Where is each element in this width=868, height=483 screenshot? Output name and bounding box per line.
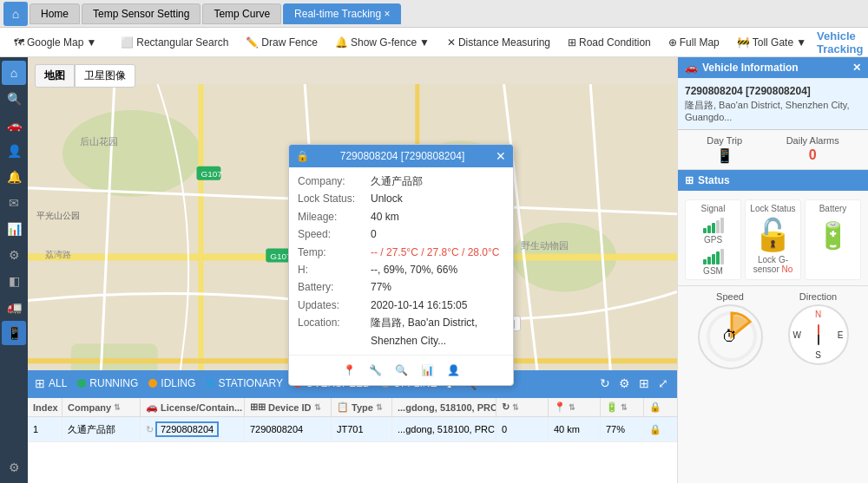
lock-icon: 🔒 xyxy=(296,150,309,162)
day-trip-label: Day Trip xyxy=(707,135,742,146)
popup-action-track[interactable]: 🔧 xyxy=(365,361,385,380)
gps-label: GPS xyxy=(689,235,737,245)
sidebar-icon-truck[interactable]: 🚛 xyxy=(2,295,26,319)
refresh-icon[interactable]: ↻ xyxy=(598,375,612,392)
tab-home[interactable]: Home xyxy=(30,3,80,24)
tab-temp-sensor[interactable]: Temp Sensor Setting xyxy=(82,3,201,24)
sidebar-icon-person[interactable]: 👤 xyxy=(2,139,26,163)
speed-label: Speed: xyxy=(298,225,367,243)
th-type[interactable]: 📋 Type ⇅ xyxy=(332,398,392,416)
sidebar-icon-phone[interactable]: 📱 xyxy=(2,321,26,345)
th-addr: ...gdong, 518100, PRC xyxy=(392,398,496,416)
speed-gauge-icon: ⏱ xyxy=(722,328,738,346)
status-all[interactable]: ⊞ ALL xyxy=(35,376,67,390)
sidebar-icon-stats[interactable]: 📊 xyxy=(2,217,26,241)
expand-icon[interactable]: ⤢ xyxy=(656,375,670,392)
map-type-map[interactable]: 地图 xyxy=(35,64,75,88)
map-container[interactable]: 后山花园 荔湾路 铁仔山公园 野生动物园 西丽街道 平光山公园 新安街道 方悦国… xyxy=(28,57,677,483)
status-title: Status xyxy=(698,174,730,186)
gauge-row: Speed ⏱ Direction N S E W xyxy=(678,285,868,375)
th-company[interactable]: Company ⇅ xyxy=(62,398,141,416)
sidebar-icon-layers[interactable]: ◧ xyxy=(2,269,26,293)
direction-gauge: Direction N S E W xyxy=(788,291,849,369)
gsm-label: GSM xyxy=(689,266,737,276)
td-addr: ...gdong, 518100, PRC xyxy=(392,417,496,441)
google-map-button[interactable]: 🗺 Google Map ▼ xyxy=(7,34,103,51)
sort-s3-icon: ⇅ xyxy=(621,403,628,412)
temp-label: Temp: xyxy=(298,244,367,261)
right-panel: 🚗 Vehicle Information ✕ 7290808204 [7290… xyxy=(677,57,868,483)
signal-label: Signal xyxy=(689,204,737,213)
popup-action-search[interactable]: 🔍 xyxy=(391,361,411,380)
svg-text:荔湾路: 荔湾路 xyxy=(45,250,71,259)
status-running[interactable]: RUNNING xyxy=(77,377,138,389)
draw-fence-icon: ✏️ xyxy=(246,36,259,49)
popup-action-route[interactable]: 📊 xyxy=(418,361,437,380)
updates-label: Updates: xyxy=(298,297,367,314)
svg-point-1 xyxy=(62,110,201,197)
road-icon: ⊞ xyxy=(568,36,576,49)
sidebar-icon-bell[interactable]: 🔔 xyxy=(2,165,26,189)
lock-status-icon: 🔓 xyxy=(749,216,797,253)
speed-value: 0 xyxy=(371,225,377,243)
lock-status-card: Lock Status 🔓 Lock G-sensor No xyxy=(745,199,801,280)
stationary-dot xyxy=(206,379,214,388)
battery-label: Battery: xyxy=(298,278,367,296)
sidebar-icon-home[interactable]: ⌂ xyxy=(2,61,26,85)
toolbar-right: Vehicle Tracking 📷 ↗ ✕ xyxy=(817,29,868,55)
bar4 xyxy=(716,220,720,233)
bar5 xyxy=(720,218,724,233)
th-index: Index xyxy=(28,398,62,416)
distance-icon: ✕ xyxy=(447,36,456,49)
th-s1[interactable]: ↻ ⇅ xyxy=(496,398,549,416)
device-icon: ⊞⊞ xyxy=(250,401,266,413)
battery-panel-label: Battery xyxy=(809,204,857,213)
gsm-bar4 xyxy=(716,251,720,264)
sidebar-icon-search[interactable]: 🔍 xyxy=(2,87,26,111)
h-value: --, 69%, 70%, 66% xyxy=(371,261,457,278)
popup-close-button[interactable]: ✕ xyxy=(496,149,506,163)
road-condition-button[interactable]: ⊞ Road Condition xyxy=(561,34,658,51)
th-s3[interactable]: 🔋 ⇅ xyxy=(601,398,644,416)
vehicle-info-title: Vehicle Information xyxy=(702,62,799,74)
dropdown-arrow: ▼ xyxy=(86,36,96,49)
all-icon: ⊞ xyxy=(35,376,45,390)
popup-action-person[interactable]: 👤 xyxy=(444,361,463,380)
svg-text:野生动物园: 野生动物园 xyxy=(521,240,569,251)
sidebar-icon-gear[interactable]: ⚙ xyxy=(2,455,26,480)
status-idling[interactable]: IDLING xyxy=(148,377,195,389)
tab-realtime[interactable]: Real-time Tracking × xyxy=(283,3,401,24)
draw-fence-button[interactable]: ✏️ Draw Fence xyxy=(239,34,325,51)
gsm-bar2 xyxy=(707,257,711,264)
distance-button[interactable]: ✕ Distance Measuring xyxy=(440,34,557,51)
th-device[interactable]: ⊞⊞ Device ID ⇅ xyxy=(245,398,332,416)
day-trip-icon: 📱 xyxy=(716,147,733,164)
lock-value: Unlock xyxy=(371,190,403,207)
popup-action-location[interactable]: 📍 xyxy=(339,361,358,380)
svg-text:G107: G107 xyxy=(201,169,222,179)
status-stationary[interactable]: STATIONARY xyxy=(206,377,283,389)
license-refresh-icon[interactable]: ↻ xyxy=(146,424,154,435)
rectangular-search-button[interactable]: ⬜ Rectangular Search xyxy=(114,34,235,51)
map-type-satellite[interactable]: 卫星图像 xyxy=(75,64,135,88)
show-gfence-button[interactable]: 🔔 Show G-fence ▼ xyxy=(328,34,437,51)
grid-icon[interactable]: ⊞ xyxy=(637,375,651,392)
toll-gate-button[interactable]: 🚧 Toll Gate ▼ xyxy=(730,34,813,51)
th-s2[interactable]: 📍 ⇅ xyxy=(549,398,601,416)
gfence-icon: 🔔 xyxy=(335,36,348,49)
tab-temp-curve[interactable]: Temp Curve xyxy=(202,3,281,24)
th-license[interactable]: 🚗 License/Contain... ⇅ xyxy=(141,398,245,416)
icon-th-4: 🔒 xyxy=(649,401,661,413)
status-section: Signal GPS xyxy=(678,191,868,285)
panel-close-button[interactable]: ✕ xyxy=(852,62,861,74)
sidebar-icon-car[interactable]: 🚗 xyxy=(2,113,26,137)
td-company: 久通产品部 xyxy=(62,417,141,441)
full-map-icon: ⊕ xyxy=(668,36,677,49)
home-icon[interactable]: ⌂ xyxy=(3,2,28,26)
sidebar-icon-settings[interactable]: ⚙ xyxy=(2,243,26,267)
license-value[interactable]: 7290808204 xyxy=(155,421,219,437)
speed-gauge: Speed ⏱ xyxy=(698,291,763,369)
full-map-button[interactable]: ⊕ Full Map xyxy=(661,34,727,51)
settings-status-icon[interactable]: ⚙ xyxy=(617,375,632,392)
sidebar-icon-mail[interactable]: ✉ xyxy=(2,191,26,215)
